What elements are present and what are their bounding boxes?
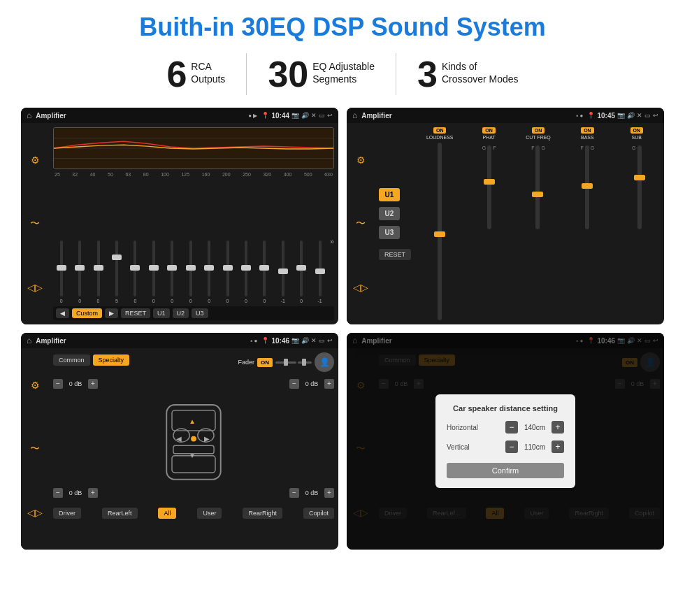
reset-button[interactable]: RESET [121,308,150,318]
eq-thumb-14[interactable] [296,265,306,271]
eq-thumb-7[interactable] [167,265,177,271]
chevron-right-icon[interactable]: » [330,238,334,245]
eq-thumb-6[interactable] [149,265,159,271]
bass-on-badge[interactable]: ON [581,127,594,134]
profile-icon[interactable]: 👤 [315,352,334,372]
cutfreq-slider[interactable] [535,145,540,229]
confirm-button[interactable]: Confirm [447,463,564,478]
play-button[interactable]: ▶ [105,308,118,318]
phat-on-badge[interactable]: ON [482,127,496,134]
crossover-u3-btn[interactable]: U3 [379,226,400,239]
eq-slider-10[interactable]: 0 [219,241,236,303]
custom-button[interactable]: Custom [72,308,102,318]
u1-button[interactable]: U1 [153,308,170,318]
sub-on-badge[interactable]: ON [630,127,644,134]
eq-track-14[interactable] [300,241,303,296]
eq-track-3[interactable] [97,241,100,296]
cutfreq-on-badge[interactable]: ON [532,127,545,134]
eq-thumb-9[interactable] [204,265,214,271]
specialty-tab[interactable]: Specialty [93,354,130,366]
tr-plus-btn[interactable]: + [324,379,334,389]
vol-icon[interactable]: ◁▷ [27,282,43,293]
eq-slider-6[interactable]: 0 [145,241,161,303]
eq-track-13[interactable] [282,241,284,296]
cutfreq-thumb[interactable] [532,192,543,197]
br-plus-btn[interactable]: + [324,488,334,498]
rearleft-btn[interactable]: RearLeft [102,508,138,519]
crossover-home-icon[interactable]: ⌂ [352,110,357,120]
bass-slider[interactable] [585,145,589,229]
eq-slider-1[interactable]: 0 [53,241,69,303]
horizontal-minus-btn[interactable]: − [505,421,518,434]
bass-thumb[interactable] [582,183,593,189]
eq-slider-8[interactable]: 0 [182,241,199,303]
eq-slider-13[interactable]: -1 [275,241,291,303]
fader-slider-mini[interactable] [275,361,312,364]
eq-icon[interactable]: ⚙ [31,155,40,166]
eq-track-7[interactable] [171,241,173,296]
home-icon[interactable]: ⌂ [27,110,31,120]
user-btn[interactable]: User [197,508,222,519]
eq-track-4[interactable] [115,241,118,296]
eq-thumb-1[interactable] [57,265,66,271]
copilot-btn[interactable]: Copilot [303,508,334,519]
tl-minus-btn[interactable]: − [53,379,63,389]
horizontal-plus-btn[interactable]: + [551,421,564,434]
fader-slider-handle[interactable] [284,359,288,366]
all-btn[interactable]: All [158,508,176,519]
fader-home-icon[interactable]: ⌂ [27,336,31,345]
crossover-u2-btn[interactable]: U2 [379,207,400,220]
vertical-minus-btn[interactable]: − [505,440,518,453]
eq-track-11[interactable] [245,241,247,296]
tl-plus-btn[interactable]: + [88,379,98,389]
eq-slider-15[interactable]: -1 [312,241,328,303]
crossover-reset-btn[interactable]: RESET [379,249,411,260]
bl-minus-btn[interactable]: − [53,488,63,498]
eq-slider-2[interactable]: 0 [71,241,87,303]
fader-slider-handle-2[interactable] [302,359,306,366]
eq-slider-9[interactable]: 0 [201,241,217,303]
wave-icon[interactable]: 〜 [30,217,40,230]
eq-slider-7[interactable]: 0 [164,241,180,303]
fader-slider-track[interactable] [275,361,296,364]
eq-slider-11[interactable]: 0 [238,241,254,303]
eq-track-8[interactable] [189,241,192,296]
eq-thumb-5[interactable] [130,265,140,271]
eq-thumb-8[interactable] [186,265,196,271]
prev-button[interactable]: ◀ [56,308,69,318]
fader-wave-icon[interactable]: 〜 [30,443,40,455]
bl-plus-btn[interactable]: + [88,488,98,498]
eq-thumb-2[interactable] [75,265,85,271]
eq-track-10[interactable] [226,241,229,296]
fader-slider-track-2[interactable] [298,361,312,364]
crossover-wave-icon[interactable]: 〜 [356,217,366,230]
eq-thumb-10[interactable] [223,265,233,271]
eq-track-1[interactable] [60,241,63,296]
sub-slider[interactable] [637,145,642,229]
fader-on-btn[interactable]: ON [257,358,273,367]
loudness-thumb[interactable] [434,231,445,237]
driver-btn[interactable]: Driver [53,508,81,519]
eq-track-5[interactable] [134,241,136,296]
eq-thumb-15[interactable] [315,268,325,274]
crossover-u1-btn[interactable]: U1 [379,188,400,201]
eq-slider-4[interactable]: 5 [108,241,124,303]
u2-button[interactable]: U2 [173,308,189,318]
loudness-slider[interactable] [438,143,442,320]
eq-slider-5[interactable]: 0 [127,241,143,303]
common-tab[interactable]: Common [53,354,90,366]
eq-track-6[interactable] [152,241,155,296]
phat-slider[interactable] [487,145,491,229]
eq-thumb-3[interactable] [94,265,103,271]
eq-track-12[interactable] [263,241,266,296]
loudness-on-badge[interactable]: ON [433,127,447,134]
crossover-eq-icon[interactable]: ⚙ [356,155,366,166]
rearright-btn[interactable]: RearRight [243,508,282,519]
phat-thumb[interactable] [484,179,495,185]
fader-vol-ctrl-icon[interactable]: ◁▷ [27,507,43,518]
eq-track-15[interactable] [319,241,322,296]
br-minus-btn[interactable]: − [289,488,299,498]
eq-slider-12[interactable]: 0 [257,241,273,303]
fader-eq-icon[interactable]: ⚙ [31,380,40,391]
sub-thumb[interactable] [634,175,645,180]
